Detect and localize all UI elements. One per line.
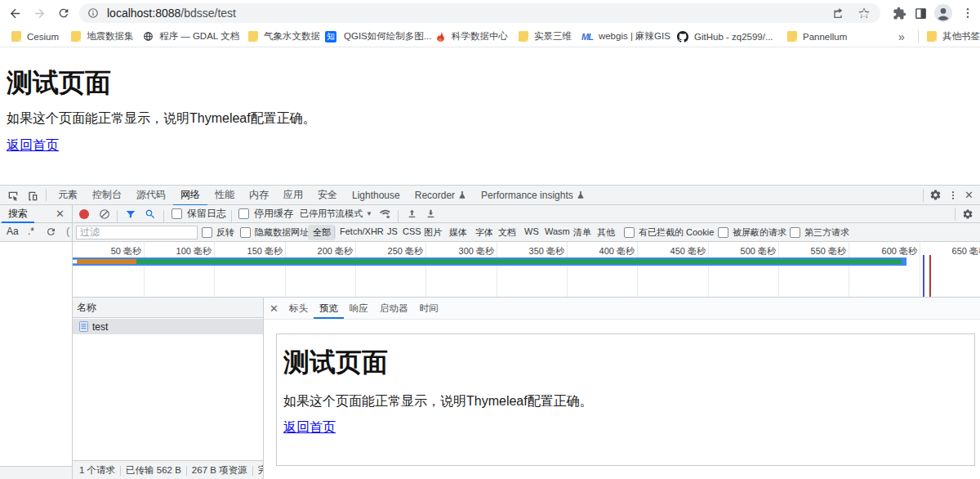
- reload-button[interactable]: [54, 3, 74, 23]
- bookmark-item[interactable]: 地震数据集: [71, 26, 134, 47]
- devtools-panel: 元素 控制台 源代码 网络 性能 内存 应用 安全 Lighthouse Rec…: [0, 185, 980, 479]
- bookmarks-overflow-button[interactable]: »: [898, 26, 905, 47]
- tab-memory[interactable]: 内存: [242, 186, 276, 204]
- devtools-close-icon[interactable]: ✕: [964, 189, 973, 201]
- bookmark-folder-icon: [519, 31, 528, 42]
- record-button[interactable]: [79, 205, 89, 222]
- tab-lighthouse[interactable]: Lighthouse: [345, 186, 408, 204]
- filter-type[interactable]: 文档: [498, 226, 516, 239]
- bookmark-label: 实景三维: [534, 30, 572, 43]
- profile-button[interactable]: [933, 3, 953, 23]
- bookmark-item[interactable]: 实景三维: [519, 26, 572, 47]
- clear-button[interactable]: [99, 205, 110, 222]
- tab-network[interactable]: 网络: [173, 184, 207, 206]
- detail-close-icon[interactable]: ✕: [270, 302, 278, 315]
- throttling-dropdown[interactable]: ▼: [366, 205, 372, 222]
- page-info-icon[interactable]: [87, 7, 99, 19]
- overview-connect-segment: [78, 259, 136, 264]
- network-search-button[interactable]: [145, 205, 156, 222]
- requests-header[interactable]: 名称: [72, 298, 263, 318]
- tab-performance[interactable]: 性能: [207, 186, 242, 204]
- tab-performance-insights[interactable]: Performance insights: [474, 186, 592, 204]
- tab-security[interactable]: 安全: [310, 186, 345, 204]
- network-settings-gear-icon[interactable]: [962, 208, 973, 220]
- hide-data-urls-checkbox[interactable]: [240, 227, 251, 238]
- bookmark-item[interactable]: 程序 — GDAL 文档: [143, 26, 239, 47]
- devtools-menu-kebab-icon[interactable]: [947, 190, 959, 201]
- preserve-log-checkbox[interactable]: [172, 208, 182, 219]
- blocked-requests-filter: 被屏蔽的请求: [718, 223, 786, 241]
- devtools-settings-gear-icon[interactable]: [929, 189, 942, 201]
- disable-cache-checkbox[interactable]: [238, 208, 249, 219]
- gridline: [920, 242, 920, 297]
- bookmark-item[interactable]: 气象水文数据: [248, 26, 320, 47]
- filter-type[interactable]: 媒体: [449, 226, 467, 239]
- bookmark-item[interactable]: Cesium: [11, 26, 59, 47]
- browser-menu-button[interactable]: [958, 3, 978, 23]
- bookmark-star-icon[interactable]: [858, 7, 871, 20]
- address-bar[interactable]: localhost:8088/bdsse/test: [79, 3, 880, 23]
- bookmark-item[interactable]: 科学数据中心: [435, 26, 508, 47]
- tab-sources[interactable]: 源代码: [129, 186, 173, 204]
- search-controls: Aa .* (: [0, 223, 72, 241]
- filter-type[interactable]: Wasm: [545, 226, 570, 236]
- forward-button[interactable]: [29, 3, 49, 23]
- match-case-button[interactable]: Aa: [7, 226, 19, 237]
- disable-cache-toggle: 停用缓存: [238, 205, 293, 222]
- throttling-select[interactable]: 已停用节流模式: [300, 205, 363, 222]
- filter-toggle-button[interactable]: [125, 205, 136, 222]
- detail-tab-initiator[interactable]: 启动器: [374, 298, 414, 319]
- home-link[interactable]: 返回首页: [7, 137, 59, 153]
- share-icon[interactable]: [831, 7, 844, 20]
- bookmark-item[interactable]: Pannellum: [787, 26, 847, 47]
- tab-recorder[interactable]: Recorder: [408, 186, 474, 204]
- filter-type[interactable]: WS: [524, 226, 539, 236]
- filter-type[interactable]: 字体: [475, 226, 493, 239]
- filter-input[interactable]: 过滤: [76, 226, 198, 239]
- search-refresh-icon[interactable]: [46, 226, 56, 237]
- bookmark-item[interactable]: GitHub - zq2599/...: [677, 26, 773, 47]
- third-party-checkbox[interactable]: [790, 227, 800, 238]
- bookmark-item[interactable]: 知 QGIS如何绘制多图...: [325, 26, 431, 47]
- other-bookmarks-button[interactable]: 其他书签: [927, 26, 980, 47]
- request-row-selected[interactable]: test: [72, 319, 263, 334]
- request-count: 1 个请求: [79, 464, 115, 477]
- export-har-button[interactable]: [425, 205, 436, 222]
- detail-tab-timing[interactable]: 时间: [413, 298, 443, 319]
- filter-type[interactable]: 其他: [597, 226, 615, 239]
- detail-tab-headers[interactable]: 标头: [283, 298, 314, 319]
- tick-label: 150 毫秒: [232, 245, 283, 257]
- tab-console[interactable]: 控制台: [85, 186, 129, 204]
- bookmark-item[interactable]: ML webgis | 麻辣GIS: [581, 26, 670, 47]
- extensions-button[interactable]: [889, 3, 909, 23]
- devtools-tabbar-right: ✕: [923, 186, 980, 204]
- network-conditions-button[interactable]: [379, 205, 392, 222]
- regex-button[interactable]: .*: [28, 226, 34, 237]
- bookmark-label: 气象水文数据: [264, 30, 320, 43]
- inspect-element-button[interactable]: [7, 188, 20, 203]
- network-overview[interactable]: 50 毫秒 100 毫秒 150 毫秒 200 毫秒 250 毫秒 300 毫秒…: [0, 242, 980, 298]
- gridline: [497, 242, 497, 297]
- filter-type[interactable]: 图片: [424, 226, 442, 239]
- filter-type[interactable]: Fetch/XHR: [340, 226, 384, 236]
- side-panel-button[interactable]: [911, 3, 930, 23]
- back-button[interactable]: [5, 3, 24, 23]
- detail-tab-response[interactable]: 响应: [344, 298, 374, 319]
- status-divider: [120, 466, 121, 476]
- filter-type[interactable]: JS: [387, 226, 398, 236]
- detail-tab-preview[interactable]: 预览: [314, 298, 344, 319]
- tab-elements[interactable]: 元素: [51, 186, 85, 204]
- preview-home-link[interactable]: 返回首页: [283, 419, 336, 435]
- filter-type[interactable]: CSS: [403, 226, 421, 236]
- tab-application[interactable]: 应用: [276, 186, 310, 204]
- import-har-button[interactable]: [407, 205, 417, 222]
- filter-type-all[interactable]: 全部: [308, 223, 336, 241]
- device-toolbar-button[interactable]: [26, 188, 39, 203]
- blocked-requests-checkbox[interactable]: [718, 227, 728, 238]
- bookmark-label: 地震数据集: [87, 30, 134, 43]
- invert-checkbox[interactable]: [202, 227, 212, 238]
- blocked-cookies-checkbox[interactable]: [624, 227, 635, 238]
- search-input-clipped[interactable]: (: [66, 225, 69, 237]
- gridline: [144, 242, 145, 297]
- filter-type[interactable]: 清单: [573, 226, 591, 239]
